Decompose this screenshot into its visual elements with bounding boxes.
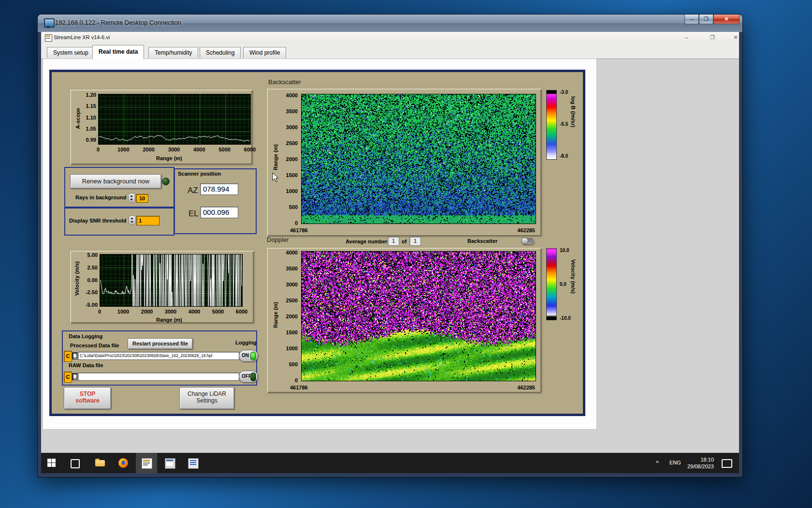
ascope-plot-area[interactable] xyxy=(98,94,251,145)
file-explorer-button[interactable] xyxy=(89,453,111,473)
tab-real-time-data[interactable]: Real time data xyxy=(92,45,144,59)
rdp-window: 192.168.0.122 - Remote Desktop Connectio… xyxy=(38,15,742,477)
tick-label: 0.99 xyxy=(86,137,96,143)
renew-background-led xyxy=(162,178,170,185)
toggle-knob xyxy=(521,238,528,244)
tick-label: 10.0 xyxy=(560,248,569,253)
tick-label: 0 xyxy=(295,220,298,226)
processed-path-field[interactable]: C:\Lidar\Data\Proc\2023\202308\20230829\… xyxy=(78,352,239,360)
tick-label: 3500 xyxy=(286,266,298,271)
rdp-close-button[interactable]: ✕ xyxy=(713,15,740,24)
renew-background-button[interactable]: Renew background now xyxy=(70,174,161,189)
start-button[interactable] xyxy=(41,453,62,473)
data-logging-box: Data Logging Processed Data file Restart… xyxy=(62,330,257,386)
app-minimize-button[interactable]: – xyxy=(679,33,694,42)
doppler-plot-area[interactable] xyxy=(301,251,536,381)
raw-logging-toggle[interactable]: OFF xyxy=(239,371,258,383)
tick-label: 0.0 xyxy=(560,282,566,287)
doppler-colorbar-label: Velocity (m/s) xyxy=(570,259,576,294)
azimuth-value[interactable]: 078.994 xyxy=(200,183,238,195)
app-titlebar[interactable]: StreamLine XR v14-6.vi – ❐ ✕ xyxy=(41,32,739,44)
tick-label: 1.10 xyxy=(86,115,96,120)
tick-label: 1500 xyxy=(286,329,298,335)
doppler-title: Doppler xyxy=(267,236,289,243)
raw-browse-icon[interactable] xyxy=(72,373,77,380)
doppler-graph: Range (m) 400035003000250020001500100050… xyxy=(267,248,541,393)
rdp-titlebar[interactable]: 192.168.0.122 - Remote Desktop Connectio… xyxy=(38,15,742,32)
rdp-maximize-button[interactable]: ❐ xyxy=(699,15,713,24)
task-view-button[interactable] xyxy=(64,453,86,473)
tab-wind-profile[interactable]: Wind profile xyxy=(243,47,286,58)
background-controls-box: Renew background now Rays in background … xyxy=(64,167,174,209)
tray-language[interactable]: ENG xyxy=(669,460,681,465)
restart-processed-file-button[interactable]: Restart processed file xyxy=(128,338,193,349)
change-lidar-settings-button[interactable]: Change LiDAR Settings xyxy=(179,387,234,409)
raw-logging-led xyxy=(250,373,256,381)
tray-chevron-icon[interactable]: ^ xyxy=(656,459,659,466)
processed-logging-led xyxy=(250,352,256,360)
tick-label: 3000 xyxy=(286,282,298,287)
streamline-app-button[interactable] xyxy=(136,453,157,473)
velocity-graph: Velocity (m/s) 5.002.500.00-2.50-5.00 01… xyxy=(70,251,254,323)
vi-icon xyxy=(45,34,52,42)
tick-label: 1000 xyxy=(286,188,298,194)
rays-spinner[interactable] xyxy=(128,193,135,203)
backscatter-colorbar-label: log B (/m/sr) xyxy=(570,96,576,127)
front-panel: A-scope 1.201.151.101.050.99 01000200030… xyxy=(49,70,585,416)
doppler-colorbar xyxy=(546,248,557,320)
app-restore-button[interactable]: ❐ xyxy=(705,33,720,42)
raw-data-file-label: RAW Data file xyxy=(69,362,103,368)
tick-label: 2000 xyxy=(143,147,154,152)
processed-logging-toggle[interactable]: ON xyxy=(239,350,258,362)
average-total-field[interactable]: 1 xyxy=(409,237,421,246)
elevation-value[interactable]: 000.096 xyxy=(200,207,238,218)
rays-in-background-label: Rays in background xyxy=(75,194,126,200)
notes-app-button[interactable] xyxy=(182,453,203,473)
tick-label: 2.50 xyxy=(87,265,98,270)
tab-temp-humidity[interactable]: Temp/humidity xyxy=(148,47,198,58)
tick-label: 1000 xyxy=(117,309,129,314)
tray-clock[interactable]: 18:10 29/08/2023 xyxy=(684,456,714,470)
average-number-label: Average number xyxy=(346,239,387,244)
mouse-cursor xyxy=(272,172,279,183)
task-view-icon xyxy=(71,459,80,468)
tick-label: 4000 xyxy=(286,250,298,255)
rays-value-field[interactable]: 10 xyxy=(136,194,148,203)
ascope-x-ticks: 0100020003000400050006000 xyxy=(70,147,252,153)
tick-label: 0 xyxy=(295,377,298,383)
tick-label: 3000 xyxy=(286,124,298,130)
firefox-button[interactable] xyxy=(113,453,134,473)
velocity-plot-area[interactable] xyxy=(100,254,243,307)
velocity-x-axis-label: Range (m) xyxy=(156,317,182,323)
stop-software-button[interactable]: STOP software xyxy=(64,387,111,409)
raw-path-field[interactable] xyxy=(78,373,239,381)
snr-value-field[interactable]: 1 xyxy=(136,216,160,225)
backscatter-doppler-toggle[interactable] xyxy=(521,238,534,244)
backscatter-x-end: 462285 xyxy=(507,227,535,233)
tick-label: 1000 xyxy=(117,147,129,152)
tick-label: 4000 xyxy=(193,147,205,152)
processed-browse-icon[interactable] xyxy=(72,352,77,359)
scan-scheduler-button[interactable] xyxy=(159,453,180,473)
ascope-x-axis-label: Range (m) xyxy=(156,155,182,161)
folder-icon xyxy=(95,460,105,466)
processed-drive-button[interactable]: C xyxy=(64,351,72,362)
tray-time: 18:10 xyxy=(684,456,714,463)
average-number-field[interactable]: 1 xyxy=(388,237,399,246)
rdp-window-title: 192.168.0.122 - Remote Desktop Connectio… xyxy=(55,19,181,26)
tab-system-setup[interactable]: System setup xyxy=(47,47,95,58)
tick-label: 500 xyxy=(289,361,298,367)
tick-label: -8.0 xyxy=(560,153,568,159)
app-close-button[interactable]: ✕ xyxy=(728,33,739,42)
raw-drive-button[interactable]: C xyxy=(64,372,72,383)
rdp-minimize-button[interactable]: – xyxy=(684,15,699,24)
tab-scheduling[interactable]: Scheduling xyxy=(200,47,241,58)
snr-spinner[interactable] xyxy=(129,215,136,225)
doppler-x-end: 462285 xyxy=(507,385,535,390)
backscatter-plot-area[interactable] xyxy=(301,94,536,224)
stop-software-line2: software xyxy=(64,397,111,404)
streamline-app-icon xyxy=(142,458,152,469)
notes-app-icon xyxy=(188,458,199,469)
action-center-icon[interactable] xyxy=(722,459,732,468)
app-window-title: StreamLine XR v14-6.vi xyxy=(54,34,110,40)
